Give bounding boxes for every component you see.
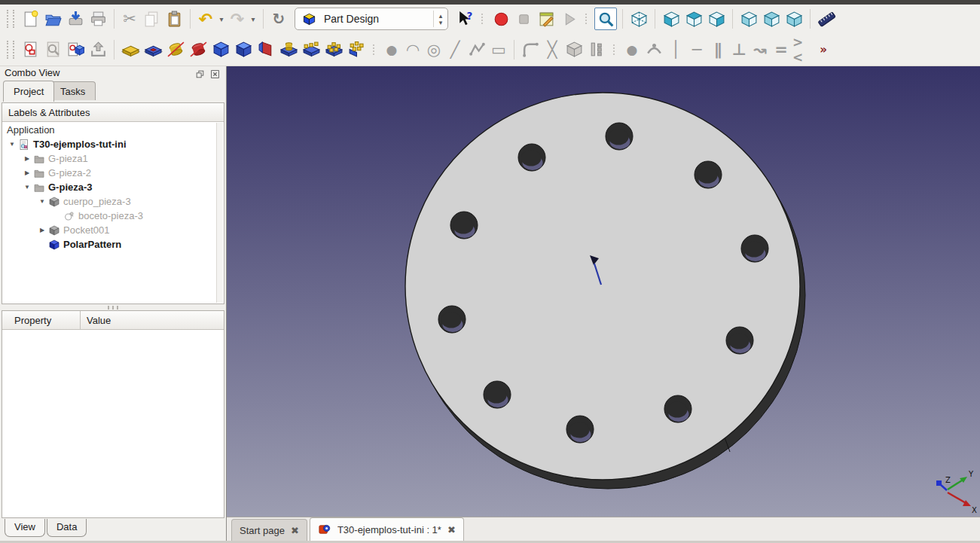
constraint-parallel-button[interactable]: ∥	[708, 40, 728, 59]
tab-start-page[interactable]: Start page ✖	[231, 519, 307, 541]
toolbar-grip[interactable]	[7, 41, 14, 59]
new-sketch-button[interactable]	[20, 39, 41, 60]
draft-button[interactable]	[255, 39, 276, 60]
undo-dropdown[interactable]: ▾	[217, 9, 226, 29]
panel-splitter[interactable]	[2, 304, 224, 310]
sketch-rectangle-button[interactable]: ▭	[489, 40, 508, 59]
top-view-button[interactable]	[683, 8, 704, 29]
tree-item-polarpattern[interactable]: PolarPattern	[2, 237, 224, 252]
workbench-value: Part Design	[319, 13, 433, 25]
tree-item-g-pieza1[interactable]: ▶ G-pieza1	[2, 151, 224, 166]
workbench-spinner[interactable]: ▴ ▾	[433, 11, 444, 27]
polar-pattern-button[interactable]	[323, 39, 344, 60]
disc-part[interactable]	[405, 93, 805, 489]
cut-button[interactable]: ✂	[120, 9, 139, 29]
chamfer-button[interactable]	[233, 39, 254, 60]
sketch-trim-button[interactable]: ╳	[542, 40, 562, 59]
axonometric-view-button[interactable]	[628, 8, 649, 29]
constraint-tangent-button[interactable]: ↝	[750, 40, 770, 59]
print-button[interactable]	[87, 8, 108, 29]
copy-button[interactable]	[141, 8, 162, 29]
tree-label: cuerpo_pieza-3	[63, 196, 131, 207]
undo-button[interactable]: ↶	[196, 9, 215, 29]
expander-closed-icon[interactable]: ▶	[37, 227, 47, 233]
workbench-selector[interactable]: Part Design ▴ ▾	[295, 8, 448, 30]
expander-open-icon[interactable]: ▼	[37, 198, 47, 205]
expander-closed-icon[interactable]: ▶	[22, 169, 32, 176]
paste-button[interactable]	[163, 8, 185, 29]
linear-pattern-button[interactable]	[301, 39, 322, 60]
macro-edit-button[interactable]	[536, 8, 557, 29]
constraint-coincident-button[interactable]: ●	[622, 40, 642, 59]
tree-item-boceto-pieza-3[interactable]: boceto-pieza-3	[2, 209, 224, 223]
macro-play-button[interactable]	[558, 8, 579, 29]
right-view-button[interactable]	[706, 8, 727, 29]
pocket-button[interactable]	[142, 39, 163, 60]
save-button[interactable]	[65, 8, 86, 29]
close-tab-icon[interactable]: ✖	[291, 525, 299, 536]
multitransform-button[interactable]	[346, 39, 367, 60]
3d-viewport[interactable]: Z Y X	[227, 66, 980, 517]
map-sketch-button[interactable]	[65, 39, 86, 60]
tab-data[interactable]: Data	[47, 519, 87, 537]
sketch-line-button[interactable]: ╱	[445, 40, 465, 59]
open-button[interactable]	[42, 8, 63, 29]
value-column-header[interactable]: Value	[81, 311, 117, 329]
bottom-view-button[interactable]	[761, 8, 782, 29]
new-document-button[interactable]	[20, 8, 41, 29]
sketch-point-button[interactable]: ●	[382, 40, 401, 59]
property-column-header[interactable]: Property	[8, 311, 81, 329]
tree-item-cuerpo-pieza-3[interactable]: ▼ cuerpo_pieza-3	[2, 194, 224, 209]
close-tab-icon[interactable]: ✖	[447, 524, 456, 535]
rear-view-button[interactable]	[738, 8, 759, 29]
fillet-button[interactable]	[210, 39, 231, 60]
revolution-button[interactable]	[165, 39, 186, 60]
toolbar-overflow-button[interactable]: »	[814, 40, 833, 59]
whats-this-button[interactable]: ?	[454, 8, 475, 29]
carbon-copy-button[interactable]	[586, 39, 607, 60]
constraint-point-on-object-button[interactable]	[643, 39, 664, 60]
tree-item-pocket001[interactable]: ▶ Pocket001	[2, 223, 224, 237]
constraint-symmetric-button[interactable]: ><	[792, 40, 812, 59]
constraint-vertical-button[interactable]: │	[666, 40, 685, 59]
constraint-perpendicular-button[interactable]: ⊥	[729, 40, 749, 59]
sketch-circle-button[interactable]: ◎	[424, 40, 444, 59]
tree-scrollbar[interactable]	[216, 123, 223, 303]
tree-item-document[interactable]: ▼ T30-ejemplos-tut-ini	[2, 137, 224, 151]
redo-dropdown[interactable]: ▾	[249, 9, 258, 29]
fit-all-button[interactable]	[594, 8, 617, 30]
leave-sketch-button[interactable]	[87, 39, 108, 60]
expander-open-icon[interactable]: ▼	[7, 141, 17, 148]
sketch-arc-button[interactable]: ◠	[403, 40, 423, 59]
groove-button[interactable]	[188, 39, 209, 60]
tab-tasks[interactable]: Tasks	[50, 81, 96, 100]
panel-float-button[interactable]	[195, 69, 205, 78]
toolbar-grip[interactable]	[7, 10, 14, 28]
redo-button[interactable]: ↷	[227, 9, 247, 29]
macro-stop-button[interactable]	[513, 8, 534, 29]
document-tab-bar: Start page ✖ T30-ejemplos-tut-ini : 1* ✖	[227, 517, 980, 543]
tree-item-g-pieza-3[interactable]: ▼ G-pieza-3	[2, 180, 224, 194]
macro-record-button[interactable]	[490, 8, 511, 29]
sketch-polyline-button[interactable]	[466, 39, 487, 60]
tab-view[interactable]: View	[5, 519, 45, 537]
tab-project[interactable]: Project	[3, 81, 54, 102]
constraint-equal-button[interactable]: =	[771, 40, 791, 59]
expander-closed-icon[interactable]: ▶	[22, 155, 32, 162]
left-view-button[interactable]	[783, 8, 804, 29]
pad-button[interactable]	[120, 39, 141, 60]
panel-close-button[interactable]	[210, 69, 220, 78]
separator-dots	[613, 44, 616, 55]
view-sketch-button[interactable]	[42, 39, 63, 60]
tab-document[interactable]: T30-ejemplos-tut-ini : 1* ✖	[310, 517, 464, 541]
expander-open-icon[interactable]: ▼	[22, 184, 32, 191]
mirrored-button[interactable]	[278, 39, 299, 60]
separator	[810, 9, 811, 29]
front-view-button[interactable]	[661, 8, 682, 29]
refresh-button[interactable]: ↻	[269, 9, 289, 29]
external-geometry-button[interactable]	[563, 39, 585, 60]
constraint-horizontal-button[interactable]: ─	[687, 40, 707, 59]
tree-item-g-pieza-2[interactable]: ▶ G-pieza-2	[2, 166, 224, 180]
sketch-fillet-button[interactable]	[520, 39, 541, 60]
measure-distance-button[interactable]	[816, 8, 837, 29]
